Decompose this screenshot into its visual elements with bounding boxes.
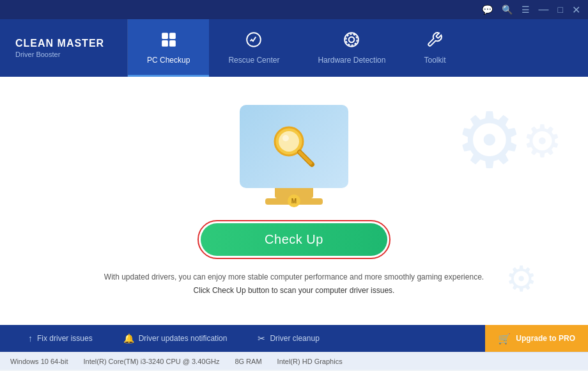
svg-rect-2 xyxy=(162,40,168,47)
bottom-fix-driver[interactable]: ↑ Fix driver issues xyxy=(13,333,108,343)
app-title: CLEAN MASTER xyxy=(15,38,104,49)
rescue-center-icon xyxy=(245,31,262,52)
monitor-illustration: M xyxy=(240,105,348,205)
svg-rect-1 xyxy=(169,33,176,39)
magnifier-icon xyxy=(268,121,320,172)
bottom-items: ↑ Fix driver issues 🔔 Driver updates not… xyxy=(0,333,485,343)
chat-icon[interactable]: 💬 xyxy=(482,4,493,15)
status-cpu: Intel(R) Core(TM) i3-3240 CPU @ 3.40GHz xyxy=(84,358,220,365)
main-content: ⚙ ⚙ ⚙ M Check Up With updated drivers, y… xyxy=(0,77,588,325)
driver-updates-icon: 🔔 xyxy=(123,333,134,343)
svg-rect-3 xyxy=(169,40,176,47)
gear-decoration-medium: ⚙ xyxy=(522,115,562,168)
driver-updates-label: Driver updates notification xyxy=(139,334,228,343)
bottom-bar: ↑ Fix driver issues 🔔 Driver updates not… xyxy=(0,325,588,352)
tab-rescue-center-label: Rescue Center xyxy=(228,56,279,65)
status-bar: Windows 10 64-bit Intel(R) Core(TM) i3-3… xyxy=(0,352,588,370)
cart-icon: 🛒 xyxy=(498,333,511,345)
driver-cleanup-label: Driver cleanup xyxy=(270,334,319,343)
search-icon[interactable]: 🔍 xyxy=(502,4,513,15)
tab-pc-checkup-label: PC Checkup xyxy=(147,56,190,65)
gear-decoration-small: ⚙ xyxy=(506,258,537,299)
info-line1: With updated drivers, you can enjoy more… xyxy=(104,271,484,283)
tab-toolkit-label: Toolkit xyxy=(424,56,445,65)
app-subtitle: Driver Booster xyxy=(15,51,60,58)
svg-line-11 xyxy=(300,152,311,163)
fix-driver-label: Fix driver issues xyxy=(37,334,93,343)
info-line2: Click Check Up button to scan your compu… xyxy=(104,284,484,297)
checkup-button-wrapper: Check Up xyxy=(197,220,391,259)
checkup-button[interactable]: Check Up xyxy=(201,223,387,256)
status-os: Windows 10 64-bit xyxy=(10,358,68,365)
monitor-badge: M xyxy=(288,194,300,207)
tab-hardware-detection[interactable]: Hardware Detection xyxy=(298,19,405,77)
maximize-button[interactable]: □ xyxy=(558,4,563,15)
nav-tabs: PC Checkup Rescue Center Hardware Detect… xyxy=(128,19,588,77)
driver-cleanup-icon: ✂ xyxy=(258,333,265,343)
svg-point-9 xyxy=(282,135,289,141)
svg-point-4 xyxy=(349,37,355,43)
svg-point-8 xyxy=(279,131,299,152)
svg-point-6 xyxy=(345,33,359,47)
bottom-driver-cleanup[interactable]: ✂ Driver cleanup xyxy=(242,333,334,343)
tab-toolkit[interactable]: Toolkit xyxy=(405,19,465,77)
header: CLEAN MASTER Driver Booster PC Checkup R… xyxy=(0,19,588,77)
tab-pc-checkup[interactable]: PC Checkup xyxy=(128,19,209,77)
fix-driver-icon: ↑ xyxy=(28,333,33,343)
close-button[interactable]: ✕ xyxy=(572,4,580,16)
svg-point-5 xyxy=(346,34,357,45)
bottom-driver-updates[interactable]: 🔔 Driver updates notification xyxy=(108,333,243,343)
logo-area: CLEAN MASTER Driver Booster xyxy=(0,19,128,77)
gear-decoration-large: ⚙ xyxy=(455,96,524,185)
status-gpu: Intel(R) HD Graphics xyxy=(277,358,343,365)
title-bar: 💬 🔍 ☰ — □ ✕ xyxy=(0,0,588,19)
upgrade-button[interactable]: 🛒 Upgrade to PRO xyxy=(485,325,588,352)
hardware-detection-icon xyxy=(343,31,360,52)
menu-icon[interactable]: ☰ xyxy=(522,4,530,15)
toolkit-icon xyxy=(426,31,443,52)
tab-hardware-detection-label: Hardware Detection xyxy=(318,56,385,65)
minimize-button[interactable]: — xyxy=(539,4,549,15)
svg-rect-0 xyxy=(162,33,168,39)
tab-rescue-center[interactable]: Rescue Center xyxy=(209,19,298,77)
info-line2-text: Click Check Up button to scan your compu… xyxy=(194,286,395,295)
status-ram: 8G RAM xyxy=(235,358,261,365)
info-text: With updated drivers, you can enjoy more… xyxy=(104,271,484,297)
monitor-screen xyxy=(240,105,348,188)
upgrade-label: Upgrade to PRO xyxy=(516,334,575,343)
pc-checkup-icon xyxy=(160,31,177,52)
